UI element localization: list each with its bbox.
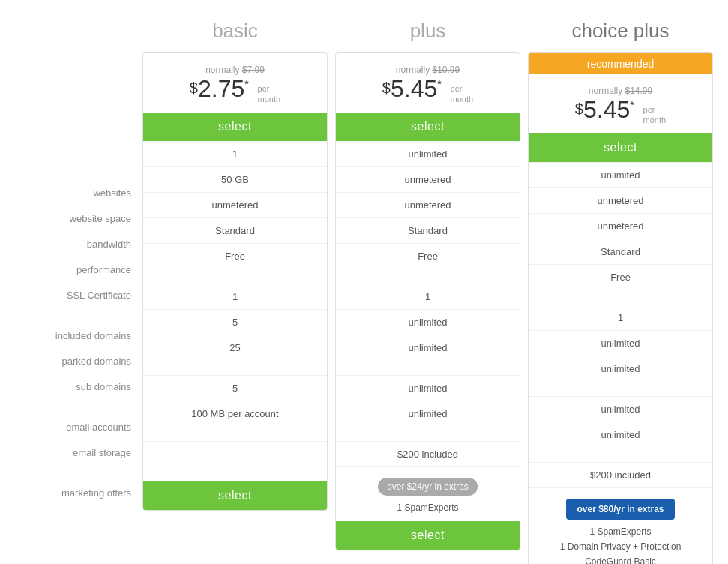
plan-choice-plus-price-value: $5.45 * <box>575 96 641 123</box>
plus-marketing-offers: $200 included <box>336 441 520 466</box>
basic-spacer1 <box>143 268 327 284</box>
label-email-accounts: email accounts <box>15 414 131 440</box>
plan-basic-pricing: normally $7.99 $2.75 * permonth <box>143 53 327 112</box>
plus-spacer1 <box>336 268 520 284</box>
plan-basic-rows: 1 50 GB unmetered Standard Free 1 5 25 5… <box>143 141 327 466</box>
choice-domain-privacy: 1 Domain Privacy + Protection <box>533 539 708 554</box>
basic-parked-domains: 5 <box>143 309 327 334</box>
label-parked-domains: parked domains <box>15 348 131 374</box>
label-email-storage: email storage <box>15 440 131 465</box>
basic-email-accounts: 5 <box>143 375 327 400</box>
choice-extras-badge: over $80/yr in extras <box>566 499 674 520</box>
choice-marketing-offers: $200 included <box>529 462 712 488</box>
plan-choice-plus: choice plus recommended normally $14.99 … <box>528 15 713 564</box>
plan-plus-title: plus <box>335 15 520 52</box>
basic-spacer2 <box>143 360 327 375</box>
choice-spamexperts: 1 SpamExperts <box>533 524 708 539</box>
choice-website-space: unmetered <box>529 188 712 213</box>
choice-spacer1 <box>529 290 712 304</box>
basic-marketing-offers: — <box>143 441 327 466</box>
plus-extras: over $24/yr in extras 1 SpamExperts <box>336 466 520 521</box>
label-sub-domains: sub domains <box>15 374 131 399</box>
plan-basic: basic normally $7.99 $2.75 * permonth se… <box>142 15 328 564</box>
basic-performance: Standard <box>143 218 327 243</box>
plus-extras-badge: over $24/yr in extras <box>378 478 478 496</box>
plan-choice-plus-select-top[interactable]: select <box>529 134 712 162</box>
label-marketing-offers: marketing offers <box>15 480 131 506</box>
plan-plus-pricing: normally $10.99 $5.45 * permonth <box>336 53 520 112</box>
choice-websites: unlimited <box>529 162 712 188</box>
basic-included-domains: 1 <box>143 284 327 309</box>
plan-basic-normally: normally $7.99 <box>151 64 319 75</box>
choice-bandwidth: unmetered <box>529 213 712 238</box>
choice-spacer3 <box>529 447 712 462</box>
choice-included-domains: 1 <box>529 304 712 330</box>
basic-websites: 1 <box>143 141 327 166</box>
plan-choice-plus-normally: normally $14.99 <box>536 86 705 96</box>
label-bandwidth: bandwidth <box>15 231 131 256</box>
choice-extras: over $80/yr in extras 1 SpamExperts 1 Do… <box>529 488 712 564</box>
plus-websites: unlimited <box>336 141 520 166</box>
plan-basic-select-top[interactable]: select <box>143 112 327 141</box>
label-included-domains: included domains <box>15 322 131 348</box>
choice-ssl: Free <box>529 264 712 290</box>
label-spacer1 <box>15 308 131 322</box>
plus-spacer3 <box>336 426 520 441</box>
plus-bandwidth: unmetered <box>336 192 520 218</box>
plan-plus-normally: normally $10.99 <box>343 64 512 75</box>
basic-website-space: 50 GB <box>143 166 327 192</box>
plan-choice-plus-pricing: normally $14.99 $5.45 * permonth <box>529 74 712 134</box>
plus-performance: Standard <box>336 218 520 243</box>
plus-spamexperts: 1 SpamExperts <box>340 500 515 515</box>
plan-plus-select-top[interactable]: select <box>336 112 520 141</box>
plan-basic-title: basic <box>142 15 328 52</box>
plan-basic-card: normally $7.99 $2.75 * permonth select 1… <box>142 52 328 511</box>
choice-sub-domains: unlimited <box>529 356 712 381</box>
plan-plus-card: normally $10.99 $5.45 * permonth select … <box>335 52 520 550</box>
basic-sub-domains: 25 <box>143 334 327 360</box>
label-spacer3 <box>15 465 131 480</box>
plan-plus: plus normally $10.99 $5.45 * permonth se… <box>335 15 520 564</box>
plus-included-domains: 1 <box>336 284 520 309</box>
label-websites: websites <box>15 180 131 206</box>
label-website-space: website space <box>15 206 131 231</box>
label-ssl: SSL Certificate <box>15 282 131 308</box>
basic-bandwidth: unmetered <box>143 192 327 218</box>
plus-email-storage: unlimited <box>336 400 520 426</box>
choice-email-accounts: unlimited <box>529 396 712 422</box>
plan-choice-plus-title: choice plus <box>528 15 713 52</box>
basic-extras-spacer <box>143 466 327 482</box>
plan-basic-price: $2.75 * permonth <box>151 75 319 105</box>
label-spacer2 <box>15 399 131 414</box>
plans-area: basic normally $7.99 $2.75 * permonth se… <box>142 15 713 564</box>
choice-email-storage: unlimited <box>529 422 712 447</box>
plan-basic-select-bottom[interactable]: select <box>143 482 327 510</box>
plan-choice-plus-rows: unlimited unmetered unmetered Standard F… <box>529 162 712 488</box>
basic-spacer3 <box>143 426 327 441</box>
choice-spacer2 <box>529 381 712 396</box>
pricing-container: websites website space bandwidth perform… <box>15 15 713 564</box>
plan-plus-price: $5.45 * permonth <box>343 75 512 105</box>
plus-parked-domains: unlimited <box>336 309 520 334</box>
plus-ssl: Free <box>336 243 520 268</box>
basic-ssl: Free <box>143 243 327 268</box>
row-labels: websites website space bandwidth perform… <box>15 15 142 506</box>
label-performance: performance <box>15 256 131 282</box>
plan-choice-plus-card: recommended normally $14.99 $5.45 * perm… <box>528 52 713 564</box>
plan-choice-plus-price: $5.45 * permonth <box>536 96 705 126</box>
choice-codeguard: CodeGuard Basic <box>533 554 708 564</box>
plus-email-accounts: unlimited <box>336 375 520 400</box>
plan-basic-price-value: $2.75 * <box>190 75 256 102</box>
plan-plus-price-value: $5.45 * <box>382 75 448 102</box>
plus-sub-domains: unlimited <box>336 334 520 360</box>
recommended-badge: recommended <box>529 53 712 74</box>
basic-email-storage: 100 MB per account <box>143 400 327 426</box>
choice-parked-domains: unlimited <box>529 330 712 356</box>
plan-plus-select-bottom[interactable]: select <box>336 521 520 550</box>
plus-spacer2 <box>336 360 520 375</box>
plus-website-space: unmetered <box>336 166 520 192</box>
choice-performance: Standard <box>529 238 712 264</box>
plan-plus-rows: unlimited unmetered unmetered Standard F… <box>336 141 520 466</box>
